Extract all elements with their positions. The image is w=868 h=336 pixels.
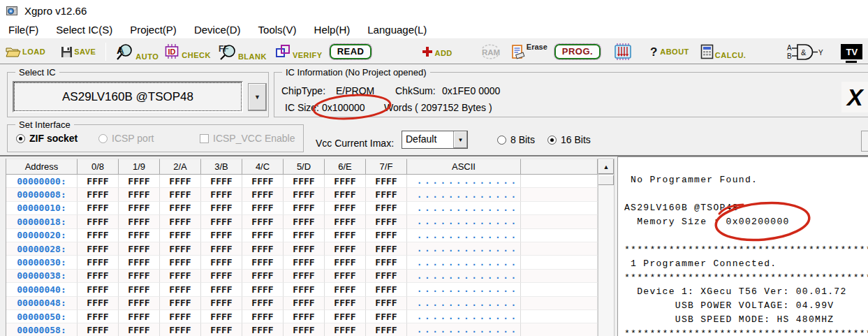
hex-value-cell[interactable]: FFFF (366, 256, 407, 269)
hex-value-cell[interactable]: FFFF (201, 310, 242, 323)
hex-value-cell[interactable]: FFFF (242, 202, 284, 215)
hex-value-cell[interactable]: FFFF (201, 175, 242, 188)
hex-value-cell[interactable]: FFFF (201, 256, 242, 269)
hex-value-cell[interactable]: FFFF (160, 188, 201, 201)
hex-value-cell[interactable]: FFFF (201, 297, 242, 310)
hex-value-cell[interactable]: FFFF (78, 270, 119, 283)
hex-value-cell[interactable]: FFFF (284, 202, 325, 215)
vcc-current-dropdown[interactable]: Default ▼ (402, 131, 468, 149)
hex-value-cell[interactable]: FFFF (119, 297, 160, 310)
hex-value-cell[interactable]: FFFF (325, 188, 366, 201)
hex-value-cell[interactable]: FFFF (366, 242, 407, 256)
hex-value-cell[interactable]: FFFF (366, 310, 407, 323)
auto-button[interactable]: A AUTO (115, 43, 159, 61)
hex-value-cell[interactable]: FFFF (242, 242, 284, 256)
hex-value-cell[interactable]: FFFF (78, 283, 119, 296)
hex-value-cell[interactable]: FFFF (78, 215, 119, 228)
hex-value-cell[interactable]: FFFF (78, 188, 119, 201)
hex-value-cell[interactable]: FFFF (325, 256, 366, 269)
hex-value-cell[interactable]: FFFF (284, 270, 325, 283)
hex-value-cell[interactable]: FFFF (284, 229, 325, 242)
hex-value-cell[interactable]: FFFF (119, 229, 160, 242)
hex-value-cell[interactable]: FFFF (325, 242, 366, 256)
menu-select-ic[interactable]: Select IC(S) (52, 24, 122, 36)
hex-value-cell[interactable]: FFFF (366, 229, 407, 242)
scroll-up-button[interactable]: ▲ (598, 159, 614, 175)
hex-value-cell[interactable]: FFFF (201, 283, 242, 296)
hex-value-cell[interactable]: FFFF (78, 256, 119, 269)
hex-value-cell[interactable]: FFFF (284, 256, 325, 269)
hex-row[interactable]: 00000048:FFFFFFFFFFFFFFFFFFFFFFFFFFFFFFF… (6, 297, 598, 310)
bits-16-radio[interactable]: 16 Bits (547, 134, 591, 145)
hex-value-cell[interactable]: FFFF (78, 242, 119, 256)
save-button[interactable]: SAVE (61, 46, 96, 58)
hex-value-cell[interactable]: FFFF (284, 242, 325, 256)
hex-value-cell[interactable]: FFFF (78, 229, 119, 242)
scrollbar-thumb[interactable] (598, 175, 614, 185)
hex-value-cell[interactable]: FFFF (78, 297, 119, 310)
hex-value-cell[interactable]: FFFF (242, 283, 284, 296)
hex-value-cell[interactable]: FFFF (284, 297, 325, 310)
hex-value-cell[interactable]: FFFF (242, 256, 284, 269)
hex-value-cell[interactable]: FFFF (325, 283, 366, 296)
hex-value-cell[interactable]: FFFF (119, 270, 160, 283)
partial-button[interactable] (861, 131, 868, 152)
hex-value-cell[interactable]: FFFF (242, 270, 284, 283)
hex-value-cell[interactable]: FFFF (242, 310, 284, 323)
hex-row[interactable]: 00000040:FFFFFFFFFFFFFFFFFFFFFFFFFFFFFFF… (6, 283, 598, 296)
hex-value-cell[interactable]: FFFF (284, 310, 325, 323)
hex-value-cell[interactable]: FFFF (366, 215, 407, 228)
add-button[interactable]: ADD (422, 46, 452, 57)
hex-value-cell[interactable]: FFFF (160, 283, 201, 296)
hex-value-cell[interactable]: FFFF (366, 175, 407, 188)
hex-value-cell[interactable]: FFFF (284, 188, 325, 201)
hex-value-cell[interactable]: FFFF (284, 175, 325, 188)
hex-value-cell[interactable]: FFFF (325, 202, 366, 215)
hex-value-cell[interactable]: FFFF (242, 297, 284, 310)
hex-value-cell[interactable]: FFFF (119, 242, 160, 256)
hex-value-cell[interactable]: FFFF (325, 323, 366, 336)
ic-select-dropdown-button[interactable]: ▼ (248, 83, 267, 111)
menu-device[interactable]: Device(D) (190, 24, 250, 36)
hex-value-cell[interactable]: FFFF (366, 188, 407, 201)
logic-gate-button[interactable]: A B & Y (786, 41, 825, 62)
hex-value-cell[interactable]: FFFF (366, 323, 407, 336)
hex-value-cell[interactable]: FFFF (78, 323, 119, 336)
tv-button[interactable]: TV (841, 44, 862, 59)
hex-value-cell[interactable]: FFFF (160, 229, 201, 242)
hex-value-cell[interactable]: FFFF (160, 297, 201, 310)
hex-value-cell[interactable]: FFFF (119, 310, 160, 323)
calcu-button[interactable]: CALCU. (700, 44, 746, 59)
read-button[interactable]: READ (330, 44, 372, 59)
hex-value-cell[interactable]: FFFF (160, 256, 201, 269)
hex-row[interactable]: 00000020:FFFFFFFFFFFFFFFFFFFFFFFFFFFFFFF… (6, 229, 598, 242)
hex-value-cell[interactable]: FFFF (160, 310, 201, 323)
hex-value-cell[interactable]: FFFF (325, 175, 366, 188)
hex-value-cell[interactable]: FFFF (78, 175, 119, 188)
menu-project[interactable]: Project(P) (126, 24, 186, 36)
hex-value-cell[interactable]: FFFF (119, 256, 160, 269)
hex-value-cell[interactable]: FFFF (119, 215, 160, 228)
vertical-scrollbar[interactable]: ▲ (598, 159, 615, 336)
chip-test-button[interactable] (612, 43, 634, 61)
prog-button[interactable]: PROG. (554, 44, 601, 59)
hex-row[interactable]: 00000050:FFFFFFFFFFFFFFFFFFFFFFFFFFFFFFF… (6, 310, 598, 323)
hex-value-cell[interactable]: FFFF (201, 229, 242, 242)
erase-button[interactable]: Erase (511, 43, 547, 60)
hex-value-cell[interactable]: FFFF (201, 202, 242, 215)
hex-value-cell[interactable]: FFFF (284, 323, 325, 336)
load-button[interactable]: LOAD (6, 46, 45, 58)
hex-value-cell[interactable]: FFFF (242, 323, 284, 336)
blank-button[interactable]: FF BLANK (218, 43, 267, 61)
hex-value-cell[interactable]: FFFF (366, 297, 407, 310)
hex-value-cell[interactable]: FFFF (160, 215, 201, 228)
hex-value-cell[interactable]: FFFF (325, 229, 366, 242)
hex-value-cell[interactable]: FFFF (284, 215, 325, 228)
hex-row[interactable]: 00000058:FFFFFFFFFFFFFFFFFFFFFFFFFFFFFFF… (6, 323, 598, 336)
menu-language[interactable]: Language(L) (363, 24, 436, 36)
hex-value-cell[interactable]: FFFF (119, 175, 160, 188)
hex-value-cell[interactable]: FFFF (119, 323, 160, 336)
hex-row[interactable]: 00000010:FFFFFFFFFFFFFFFFFFFFFFFFFFFFFFF… (6, 202, 598, 215)
hex-value-cell[interactable]: FFFF (242, 188, 284, 201)
hex-editor[interactable]: Address 0/8 1/9 2/A 3/B 4/C 5/D 6/E 7/F … (6, 159, 598, 336)
